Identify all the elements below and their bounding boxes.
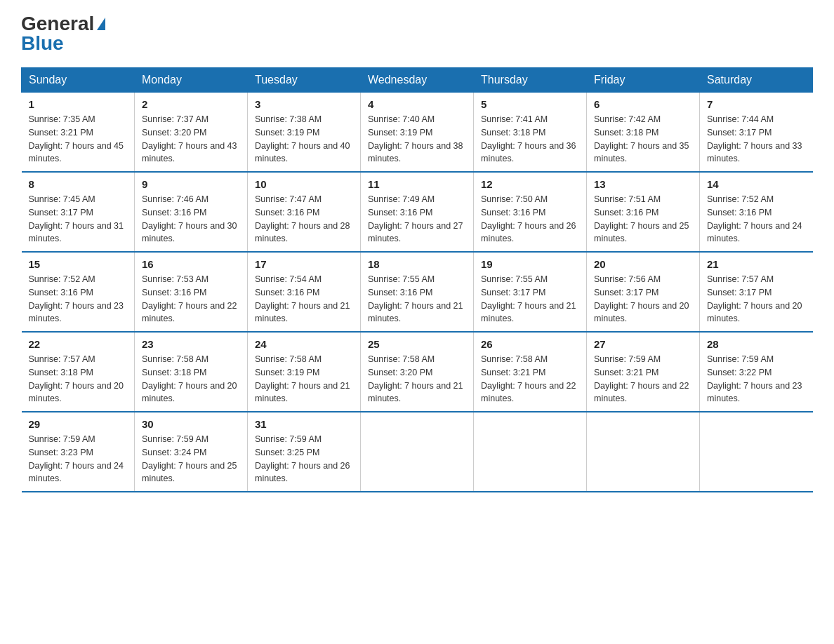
day-info: Sunrise: 7:35 AM Sunset: 3:21 PM Dayligh…	[29, 113, 128, 166]
day-info: Sunrise: 7:54 AM Sunset: 3:16 PM Dayligh…	[255, 273, 353, 326]
day-info: Sunrise: 7:59 AM Sunset: 3:25 PM Dayligh…	[255, 433, 353, 485]
calendar-cell: 19 Sunrise: 7:55 AM Sunset: 3:17 PM Dayl…	[474, 252, 587, 332]
day-info: Sunrise: 7:52 AM Sunset: 3:16 PM Dayligh…	[707, 193, 806, 246]
calendar-cell: 23 Sunrise: 7:58 AM Sunset: 3:18 PM Dayl…	[135, 332, 248, 412]
calendar-cell: 22 Sunrise: 7:57 AM Sunset: 3:18 PM Dayl…	[22, 332, 135, 412]
day-number: 26	[481, 338, 579, 350]
calendar-cell: 18 Sunrise: 7:55 AM Sunset: 3:16 PM Dayl…	[361, 252, 474, 332]
day-info: Sunrise: 7:57 AM Sunset: 3:17 PM Dayligh…	[707, 273, 806, 326]
day-info: Sunrise: 7:59 AM Sunset: 3:22 PM Dayligh…	[707, 353, 806, 405]
logo: General Blue	[21, 14, 105, 53]
week-row-5: 29 Sunrise: 7:59 AM Sunset: 3:23 PM Dayl…	[22, 412, 813, 492]
calendar-cell: 16 Sunrise: 7:53 AM Sunset: 3:16 PM Dayl…	[135, 252, 248, 332]
day-info: Sunrise: 7:51 AM Sunset: 3:16 PM Dayligh…	[594, 193, 692, 246]
calendar-cell: 8 Sunrise: 7:45 AM Sunset: 3:17 PM Dayli…	[22, 172, 135, 252]
day-info: Sunrise: 7:58 AM Sunset: 3:21 PM Dayligh…	[481, 353, 579, 405]
day-info: Sunrise: 7:38 AM Sunset: 3:19 PM Dayligh…	[255, 113, 353, 166]
week-row-3: 15 Sunrise: 7:52 AM Sunset: 3:16 PM Dayl…	[22, 252, 813, 332]
calendar-cell: 4 Sunrise: 7:40 AM Sunset: 3:19 PM Dayli…	[361, 93, 474, 173]
calendar-cell: 29 Sunrise: 7:59 AM Sunset: 3:23 PM Dayl…	[22, 412, 135, 492]
day-number: 4	[368, 98, 466, 110]
logo-triangle-icon	[97, 18, 105, 30]
day-number: 7	[707, 98, 806, 110]
day-number: 23	[142, 338, 240, 350]
day-info: Sunrise: 7:44 AM Sunset: 3:17 PM Dayligh…	[707, 113, 806, 166]
calendar-cell: 10 Sunrise: 7:47 AM Sunset: 3:16 PM Dayl…	[248, 172, 361, 252]
calendar-cell: 5 Sunrise: 7:41 AM Sunset: 3:18 PM Dayli…	[474, 93, 587, 173]
logo-general-text: General	[21, 14, 94, 34]
day-number: 6	[594, 98, 692, 110]
day-info: Sunrise: 7:47 AM Sunset: 3:16 PM Dayligh…	[255, 193, 353, 246]
day-info: Sunrise: 7:58 AM Sunset: 3:18 PM Dayligh…	[142, 353, 240, 405]
day-info: Sunrise: 7:40 AM Sunset: 3:19 PM Dayligh…	[368, 113, 466, 166]
day-number: 25	[368, 338, 466, 350]
day-info: Sunrise: 7:57 AM Sunset: 3:18 PM Dayligh…	[29, 353, 128, 405]
day-number: 14	[707, 178, 806, 190]
calendar-cell	[474, 412, 587, 492]
day-info: Sunrise: 7:59 AM Sunset: 3:21 PM Dayligh…	[594, 353, 692, 405]
calendar-cell: 3 Sunrise: 7:38 AM Sunset: 3:19 PM Dayli…	[248, 93, 361, 173]
calendar-cell: 9 Sunrise: 7:46 AM Sunset: 3:16 PM Dayli…	[135, 172, 248, 252]
calendar-cell: 11 Sunrise: 7:49 AM Sunset: 3:16 PM Dayl…	[361, 172, 474, 252]
day-number: 20	[594, 258, 692, 270]
day-info: Sunrise: 7:49 AM Sunset: 3:16 PM Dayligh…	[368, 193, 466, 246]
day-info: Sunrise: 7:55 AM Sunset: 3:17 PM Dayligh…	[481, 273, 579, 326]
day-info: Sunrise: 7:55 AM Sunset: 3:16 PM Dayligh…	[368, 273, 466, 326]
header-monday: Monday	[135, 68, 248, 93]
week-row-1: 1 Sunrise: 7:35 AM Sunset: 3:21 PM Dayli…	[22, 93, 813, 173]
day-number: 19	[481, 258, 579, 270]
calendar-cell: 1 Sunrise: 7:35 AM Sunset: 3:21 PM Dayli…	[22, 93, 135, 173]
day-number: 24	[255, 338, 353, 350]
day-info: Sunrise: 7:58 AM Sunset: 3:19 PM Dayligh…	[255, 353, 353, 405]
calendar-cell: 31 Sunrise: 7:59 AM Sunset: 3:25 PM Dayl…	[248, 412, 361, 492]
calendar-cell: 30 Sunrise: 7:59 AM Sunset: 3:24 PM Dayl…	[135, 412, 248, 492]
day-number: 22	[29, 338, 128, 350]
day-number: 28	[707, 338, 806, 350]
header-wednesday: Wednesday	[361, 68, 474, 93]
day-number: 18	[368, 258, 466, 270]
day-info: Sunrise: 7:58 AM Sunset: 3:20 PM Dayligh…	[368, 353, 466, 405]
day-number: 29	[29, 418, 128, 430]
calendar-cell: 24 Sunrise: 7:58 AM Sunset: 3:19 PM Dayl…	[248, 332, 361, 412]
day-number: 16	[142, 258, 240, 270]
day-info: Sunrise: 7:56 AM Sunset: 3:17 PM Dayligh…	[594, 273, 692, 326]
header-saturday: Saturday	[700, 68, 813, 93]
day-info: Sunrise: 7:50 AM Sunset: 3:16 PM Dayligh…	[481, 193, 579, 246]
logo-blue-text: Blue	[21, 34, 64, 53]
day-number: 9	[142, 178, 240, 190]
day-number: 15	[29, 258, 128, 270]
day-info: Sunrise: 7:46 AM Sunset: 3:16 PM Dayligh…	[142, 193, 240, 246]
calendar-cell	[587, 412, 700, 492]
day-number: 27	[594, 338, 692, 350]
day-info: Sunrise: 7:52 AM Sunset: 3:16 PM Dayligh…	[29, 273, 128, 326]
header-tuesday: Tuesday	[248, 68, 361, 93]
calendar-cell: 6 Sunrise: 7:42 AM Sunset: 3:18 PM Dayli…	[587, 93, 700, 173]
calendar-cell: 20 Sunrise: 7:56 AM Sunset: 3:17 PM Dayl…	[587, 252, 700, 332]
day-info: Sunrise: 7:59 AM Sunset: 3:23 PM Dayligh…	[29, 433, 128, 485]
calendar-cell: 28 Sunrise: 7:59 AM Sunset: 3:22 PM Dayl…	[700, 332, 813, 412]
week-row-2: 8 Sunrise: 7:45 AM Sunset: 3:17 PM Dayli…	[22, 172, 813, 252]
calendar-cell: 7 Sunrise: 7:44 AM Sunset: 3:17 PM Dayli…	[700, 93, 813, 173]
header-thursday: Thursday	[474, 68, 587, 93]
day-number: 30	[142, 418, 240, 430]
day-number: 17	[255, 258, 353, 270]
week-row-4: 22 Sunrise: 7:57 AM Sunset: 3:18 PM Dayl…	[22, 332, 813, 412]
day-number: 21	[707, 258, 806, 270]
day-number: 8	[29, 178, 128, 190]
day-info: Sunrise: 7:42 AM Sunset: 3:18 PM Dayligh…	[594, 113, 692, 166]
calendar-cell: 13 Sunrise: 7:51 AM Sunset: 3:16 PM Dayl…	[587, 172, 700, 252]
day-number: 31	[255, 418, 353, 430]
calendar-cell: 14 Sunrise: 7:52 AM Sunset: 3:16 PM Dayl…	[700, 172, 813, 252]
calendar-cell: 25 Sunrise: 7:58 AM Sunset: 3:20 PM Dayl…	[361, 332, 474, 412]
day-info: Sunrise: 7:41 AM Sunset: 3:18 PM Dayligh…	[481, 113, 579, 166]
page-header: General Blue	[21, 14, 813, 53]
day-number: 1	[29, 98, 128, 110]
day-info: Sunrise: 7:37 AM Sunset: 3:20 PM Dayligh…	[142, 113, 240, 166]
calendar-table: SundayMondayTuesdayWednesdayThursdayFrid…	[21, 67, 813, 492]
day-header-row: SundayMondayTuesdayWednesdayThursdayFrid…	[22, 68, 813, 93]
day-number: 11	[368, 178, 466, 190]
day-info: Sunrise: 7:59 AM Sunset: 3:24 PM Dayligh…	[142, 433, 240, 485]
day-info: Sunrise: 7:53 AM Sunset: 3:16 PM Dayligh…	[142, 273, 240, 326]
day-number: 2	[142, 98, 240, 110]
day-number: 13	[594, 178, 692, 190]
